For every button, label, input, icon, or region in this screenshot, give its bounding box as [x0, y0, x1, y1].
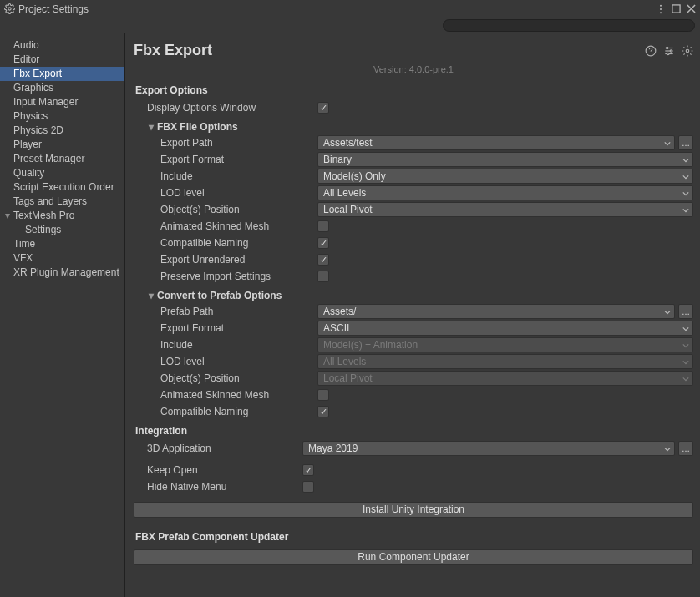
- display-options-window-checkbox[interactable]: [317, 102, 329, 114]
- sidebar-item-editor[interactable]: Editor: [0, 53, 124, 67]
- prefab-path-label: Prefab Path: [134, 306, 317, 317]
- svg-point-12: [667, 47, 668, 48]
- sidebar-item-audio[interactable]: Audio: [0, 38, 124, 53]
- fbx-export-format-dropdown[interactable]: Binary: [317, 152, 693, 167]
- prefab-objects-position-dropdown: Local Pivot: [317, 371, 693, 386]
- maximize-icon[interactable]: [670, 3, 682, 15]
- sidebar-item-textmesh-pro[interactable]: ▾TextMesh Pro: [0, 209, 124, 223]
- svg-point-13: [670, 49, 672, 51]
- kebab-menu-icon[interactable]: [655, 3, 667, 15]
- prefab-objects-position-label: Object(s) Position: [134, 372, 317, 384]
- run-component-updater-button[interactable]: Run Component Updater: [134, 549, 693, 565]
- sidebar-item-physics[interactable]: Physics: [0, 109, 124, 124]
- svg-point-14: [667, 53, 669, 54]
- keep-open-label: Keep Open: [134, 464, 302, 476]
- fbx-export-path-dropdown[interactable]: Assets/test: [317, 135, 675, 150]
- sidebar-item-physics-2d[interactable]: Physics 2D: [0, 124, 124, 138]
- prefab-lod-level-label: LOD level: [134, 356, 317, 367]
- prefab-export-format-dropdown[interactable]: ASCII: [317, 321, 693, 336]
- settings-sidebar: Audio Editor Fbx Export Graphics Input M…: [0, 33, 125, 597]
- 3d-application-dropdown[interactable]: Maya 2019: [302, 441, 675, 456]
- svg-point-0: [8, 8, 10, 10]
- sidebar-item-tags-and-layers[interactable]: Tags and Layers: [0, 195, 124, 209]
- prefab-animated-skinned-mesh-checkbox[interactable]: [317, 389, 329, 401]
- fbx-preserve-import-settings-label: Preserve Import Settings: [134, 271, 317, 282]
- display-options-window-label: Display Options Window: [134, 102, 317, 114]
- settings-sliders-icon[interactable]: [663, 45, 675, 57]
- sidebar-item-time[interactable]: Time: [0, 237, 124, 251]
- chevron-down-icon: ▾: [149, 290, 154, 301]
- sidebar-item-input-manager[interactable]: Input Manager: [0, 95, 124, 109]
- search-bar: [0, 18, 700, 33]
- fbx-export-format-label: Export Format: [134, 154, 317, 165]
- sidebar-item-textmesh-settings[interactable]: Settings: [0, 223, 124, 237]
- window-titlebar: Project Settings: [0, 0, 700, 18]
- keep-open-checkbox[interactable]: [302, 464, 314, 476]
- sidebar-item-player[interactable]: Player: [0, 138, 124, 152]
- sidebar-item-xr-plugin-management[interactable]: XR Plugin Management: [0, 266, 124, 280]
- 3d-application-browse-button[interactable]: …: [678, 441, 693, 456]
- prefab-path-browse-button[interactable]: …: [678, 304, 693, 319]
- prefab-compatible-naming-label: Compatible Naming: [134, 406, 317, 417]
- prefab-include-dropdown: Model(s) + Animation: [317, 337, 693, 352]
- 3d-application-label: 3D Application: [134, 443, 302, 454]
- sidebar-item-fbx-export[interactable]: Fbx Export: [0, 67, 124, 81]
- fbx-compatible-naming-checkbox[interactable]: [317, 237, 329, 249]
- integration-header: Integration: [134, 425, 693, 437]
- fbx-objects-position-label: Object(s) Position: [134, 204, 317, 215]
- hide-native-menu-checkbox[interactable]: [302, 481, 314, 493]
- fbx-objects-position-dropdown[interactable]: Local Pivot: [317, 202, 693, 217]
- convert-to-prefab-foldout[interactable]: ▾ Convert to Prefab Options: [134, 290, 693, 301]
- fbx-compatible-naming-label: Compatible Naming: [134, 237, 317, 249]
- chevron-down-icon[interactable]: ▾: [5, 210, 13, 222]
- version-text: Version: 4.0.0-pre.1: [134, 64, 693, 74]
- page-title: Fbx Export: [134, 42, 212, 59]
- chevron-down-icon: ▾: [149, 121, 154, 133]
- svg-rect-4: [672, 5, 679, 13]
- fbx-export-path-browse-button[interactable]: …: [678, 135, 693, 150]
- fbx-animated-skinned-mesh-checkbox[interactable]: [317, 220, 329, 232]
- sidebar-item-preset-manager[interactable]: Preset Manager: [0, 152, 124, 166]
- svg-point-15: [686, 49, 689, 53]
- prefab-path-dropdown[interactable]: Assets/: [317, 304, 675, 319]
- install-unity-integration-button[interactable]: Install Unity Integration: [134, 502, 693, 518]
- sidebar-item-quality[interactable]: Quality: [0, 166, 124, 180]
- window-title: Project Settings: [18, 3, 89, 15]
- sidebar-item-script-execution-order[interactable]: Script Execution Order: [0, 180, 124, 195]
- fbx-preserve-import-settings-checkbox[interactable]: [317, 271, 329, 282]
- fbx-lod-level-dropdown[interactable]: All Levels: [317, 185, 693, 200]
- fbx-export-unrendered-label: Export Unrendered: [134, 254, 317, 266]
- prefab-compatible-naming-checkbox[interactable]: [317, 406, 329, 417]
- export-options-header: Export Options: [134, 84, 693, 96]
- gear-icon[interactable]: [682, 45, 693, 57]
- fbx-include-label: Include: [134, 170, 317, 182]
- prefab-include-label: Include: [134, 339, 317, 351]
- fbx-export-unrendered-checkbox[interactable]: [317, 254, 329, 266]
- prefab-export-format-label: Export Format: [134, 322, 317, 334]
- close-icon[interactable]: [685, 3, 697, 15]
- svg-point-2: [660, 8, 662, 9]
- fbx-prefab-updater-header: FBX Prefab Component Updater: [134, 531, 693, 543]
- svg-point-1: [660, 4, 662, 6]
- fbx-include-dropdown[interactable]: Model(s) Only: [317, 169, 693, 184]
- gear-icon: [3, 3, 15, 15]
- prefab-lod-level-dropdown: All Levels: [317, 354, 693, 369]
- prefab-animated-skinned-mesh-label: Animated Skinned Mesh: [134, 389, 317, 401]
- svg-point-3: [660, 12, 662, 13]
- sidebar-item-graphics[interactable]: Graphics: [0, 81, 124, 95]
- search-input[interactable]: [443, 19, 695, 32]
- fbx-file-options-foldout[interactable]: ▾ FBX File Options: [134, 121, 693, 133]
- fbx-export-path-label: Export Path: [134, 137, 317, 149]
- fbx-animated-skinned-mesh-label: Animated Skinned Mesh: [134, 220, 317, 232]
- help-icon[interactable]: [645, 45, 657, 57]
- fbx-lod-level-label: LOD level: [134, 187, 317, 199]
- settings-content: Fbx Export Version: 4.0.0-pre.1 Export O…: [125, 33, 700, 597]
- sidebar-item-vfx[interactable]: VFX: [0, 251, 124, 266]
- hide-native-menu-label: Hide Native Menu: [134, 481, 302, 493]
